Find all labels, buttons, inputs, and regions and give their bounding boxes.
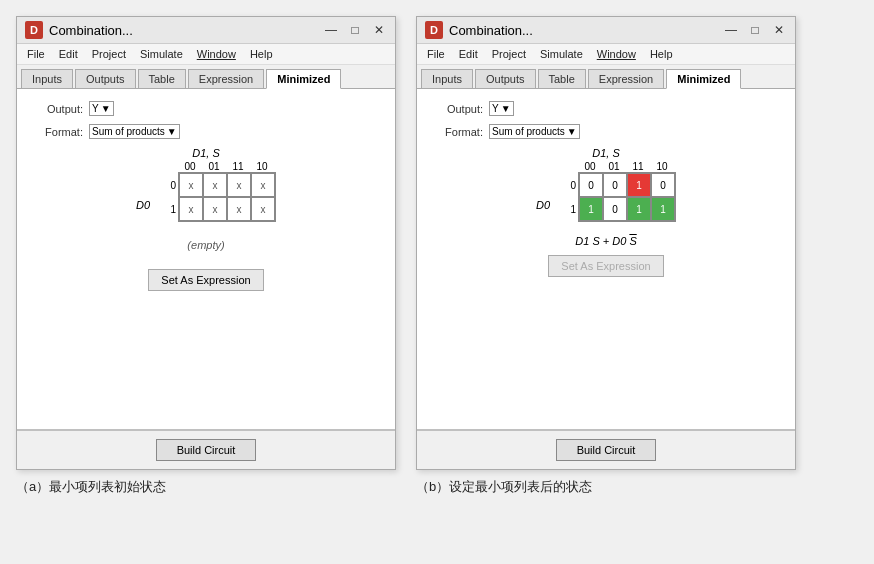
right-cell-0-0: 0 bbox=[579, 173, 603, 197]
right-app-icon: D bbox=[425, 21, 443, 39]
left-menu-simulate[interactable]: Simulate bbox=[134, 46, 189, 62]
left-window: D Combination... — □ ✕ File Edit Project… bbox=[16, 16, 396, 470]
left-row-val-1: 1 bbox=[158, 197, 178, 221]
left-minimize-btn[interactable]: — bbox=[323, 23, 339, 37]
left-format-row: Format: Sum of products ▼ bbox=[33, 124, 379, 139]
right-menu-window[interactable]: Window bbox=[591, 46, 642, 62]
right-screenshot-container: D Combination... — □ ✕ File Edit Project… bbox=[416, 16, 796, 496]
right-tab-inputs[interactable]: Inputs bbox=[421, 69, 473, 88]
left-titlebar-controls: — □ ✕ bbox=[323, 23, 387, 37]
right-col-hdr-0: 00 bbox=[578, 161, 602, 172]
left-col-hdr-0: 00 bbox=[178, 161, 202, 172]
left-cell-0-0: x bbox=[179, 173, 203, 197]
right-window: D Combination... — □ ✕ File Edit Project… bbox=[416, 16, 796, 470]
right-menu-edit[interactable]: Edit bbox=[453, 46, 484, 62]
left-format-label: Format: bbox=[33, 126, 83, 138]
left-build-btn[interactable]: Build Circuit bbox=[156, 439, 257, 461]
right-output-value: Y bbox=[492, 103, 499, 114]
left-menu-edit[interactable]: Edit bbox=[53, 46, 84, 62]
right-menu-project[interactable]: Project bbox=[486, 46, 532, 62]
right-expression: D1 S + D0 S bbox=[575, 235, 636, 247]
left-cell-0-3: x bbox=[251, 173, 275, 197]
left-screenshot-container: D Combination... — □ ✕ File Edit Project… bbox=[16, 16, 396, 496]
right-output-label: Output: bbox=[433, 103, 483, 115]
left-window-title: Combination... bbox=[49, 23, 317, 38]
right-build-btn[interactable]: Build Circuit bbox=[556, 439, 657, 461]
left-tab-expression[interactable]: Expression bbox=[188, 69, 264, 88]
left-tab-outputs[interactable]: Outputs bbox=[75, 69, 136, 88]
right-close-btn[interactable]: ✕ bbox=[771, 23, 787, 37]
left-cell-1-1: x bbox=[203, 197, 227, 221]
right-col-hdr-3: 10 bbox=[650, 161, 674, 172]
left-menu-file[interactable]: File bbox=[21, 46, 51, 62]
left-kmap-row-label: D0 bbox=[136, 181, 150, 229]
right-format-select[interactable]: Sum of products ▼ bbox=[489, 124, 580, 139]
left-maximize-btn[interactable]: □ bbox=[347, 23, 363, 37]
left-kmap-col-header: D1, S bbox=[192, 147, 220, 159]
right-tabbar: Inputs Outputs Table Expression Minimize… bbox=[417, 65, 795, 89]
left-menu-window[interactable]: Window bbox=[191, 46, 242, 62]
left-col-hdr-3: 10 bbox=[250, 161, 274, 172]
right-minimize-btn[interactable]: — bbox=[723, 23, 739, 37]
right-output-row: Output: Y ▼ bbox=[433, 101, 779, 116]
right-cell-1-3: 1 bbox=[651, 197, 675, 221]
left-col-hdr-2: 11 bbox=[226, 161, 250, 172]
left-tab-table[interactable]: Table bbox=[138, 69, 186, 88]
left-expression: (empty) bbox=[187, 239, 224, 251]
left-tab-inputs[interactable]: Inputs bbox=[21, 69, 73, 88]
right-content: Output: Y ▼ Format: Sum of products ▼ D1… bbox=[417, 89, 795, 429]
right-menu-simulate[interactable]: Simulate bbox=[534, 46, 589, 62]
right-cell-0-3: 0 bbox=[651, 173, 675, 197]
right-titlebar: D Combination... — □ ✕ bbox=[417, 17, 795, 44]
right-col-hdr-2: 11 bbox=[626, 161, 650, 172]
left-menu-project[interactable]: Project bbox=[86, 46, 132, 62]
left-set-expr-btn[interactable]: Set As Expression bbox=[148, 269, 263, 291]
left-cell-1-3: x bbox=[251, 197, 275, 221]
right-titlebar-controls: — □ ✕ bbox=[723, 23, 787, 37]
right-menu-help[interactable]: Help bbox=[644, 46, 679, 62]
left-output-value: Y bbox=[92, 103, 99, 114]
left-output-label: Output: bbox=[33, 103, 83, 115]
left-kmap-grid-container: 00 01 11 10 0 1 bbox=[158, 161, 276, 222]
right-tab-outputs[interactable]: Outputs bbox=[475, 69, 536, 88]
left-kmap-section: D1, S D0 00 01 11 10 bbox=[33, 147, 379, 291]
left-row-val-0: 0 bbox=[158, 173, 178, 197]
right-row-val-0: 0 bbox=[558, 173, 578, 197]
right-format-arrow: ▼ bbox=[567, 126, 577, 137]
right-cell-1-1: 0 bbox=[603, 197, 627, 221]
right-maximize-btn[interactable]: □ bbox=[747, 23, 763, 37]
right-set-expr-btn[interactable]: Set As Expression bbox=[548, 255, 663, 277]
right-menu-file[interactable]: File bbox=[421, 46, 451, 62]
right-kmap-grid-container: 00 01 11 10 0 1 bbox=[558, 161, 676, 222]
left-output-select[interactable]: Y ▼ bbox=[89, 101, 114, 116]
left-app-icon: D bbox=[25, 21, 43, 39]
right-col-hdr-1: 01 bbox=[602, 161, 626, 172]
left-format-arrow: ▼ bbox=[167, 126, 177, 137]
left-output-arrow: ▼ bbox=[101, 103, 111, 114]
right-format-value: Sum of products bbox=[492, 126, 565, 137]
right-cell-0-2: 1 bbox=[627, 173, 651, 197]
right-format-label: Format: bbox=[433, 126, 483, 138]
left-format-select[interactable]: Sum of products ▼ bbox=[89, 124, 180, 139]
left-output-row: Output: Y ▼ bbox=[33, 101, 379, 116]
right-row-val-1: 1 bbox=[558, 197, 578, 221]
left-format-value: Sum of products bbox=[92, 126, 165, 137]
right-kmap-row-label: D0 bbox=[536, 181, 550, 229]
right-menubar: File Edit Project Simulate Window Help bbox=[417, 44, 795, 65]
left-tabbar: Inputs Outputs Table Expression Minimize… bbox=[17, 65, 395, 89]
left-content: Output: Y ▼ Format: Sum of products ▼ D1… bbox=[17, 89, 395, 429]
left-caption: （a）最小项列表初始状态 bbox=[16, 478, 166, 496]
right-caption: （b）设定最小项列表后的状态 bbox=[416, 478, 592, 496]
left-cell-1-2: x bbox=[227, 197, 251, 221]
right-output-select[interactable]: Y ▼ bbox=[489, 101, 514, 116]
left-tab-minimized[interactable]: Minimized bbox=[266, 69, 341, 89]
screenshots-row: D Combination... — □ ✕ File Edit Project… bbox=[16, 16, 796, 496]
left-menu-help[interactable]: Help bbox=[244, 46, 279, 62]
right-tab-minimized[interactable]: Minimized bbox=[666, 69, 741, 89]
left-col-hdr-1: 01 bbox=[202, 161, 226, 172]
right-tab-table[interactable]: Table bbox=[538, 69, 586, 88]
right-tab-expression[interactable]: Expression bbox=[588, 69, 664, 88]
left-close-btn[interactable]: ✕ bbox=[371, 23, 387, 37]
right-kmap-section: D1, S D0 00 01 11 10 bbox=[433, 147, 779, 277]
right-cell-1-0: 1 bbox=[579, 197, 603, 221]
